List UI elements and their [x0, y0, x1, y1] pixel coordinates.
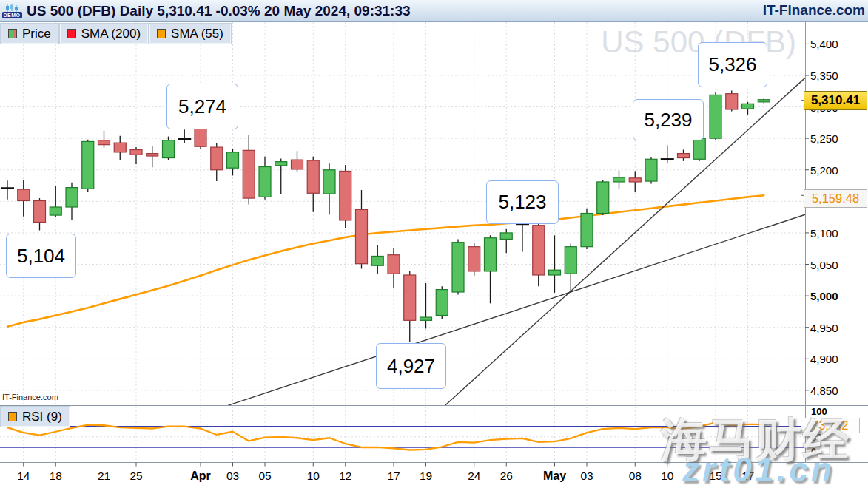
indicator-legend-row: Price SMA (200) SMA (55): [1, 24, 231, 44]
candle: [130, 147, 142, 164]
price-axis-tick-label: 4,900: [810, 353, 838, 365]
candle: [452, 239, 464, 294]
candle: [163, 137, 175, 160]
legend-sma200[interactable]: SMA (200): [60, 24, 148, 44]
candle: [436, 286, 448, 319]
legend-rsi[interactable]: RSI (9): [1, 407, 70, 427]
candle: [661, 146, 674, 164]
time-axis-tick-label: 14: [17, 470, 30, 483]
price-axis-tick-label: 4,950: [810, 321, 838, 333]
candle: [356, 190, 368, 268]
candle: [307, 157, 319, 212]
trendline[interactable]: [445, 78, 805, 405]
candle: [340, 165, 351, 228]
time-axis-tick-label: 17: [387, 470, 400, 483]
sma200-swatch-icon: [67, 29, 76, 38]
current-price-axis-label: 5,310.41: [804, 91, 867, 110]
candle: [420, 283, 432, 328]
candle: [178, 129, 191, 143]
candle: [710, 92, 721, 140]
candle: [1, 180, 14, 200]
candle: [82, 140, 94, 192]
candle: [114, 136, 126, 160]
candle: [565, 243, 576, 291]
time-axis-tick-label: 25: [129, 470, 142, 483]
time-axis-tick-label: 21: [98, 470, 110, 483]
time-axis-tick-label: 10: [661, 470, 673, 483]
sma55-swatch-icon: [157, 29, 166, 38]
candle: [613, 171, 625, 189]
candle: [597, 180, 609, 215]
time-axis-tick-label: 10: [307, 470, 320, 483]
candle: [726, 90, 738, 111]
time-axis-tick-label: 03: [580, 470, 593, 483]
time-axis-tick-label: 08: [629, 470, 642, 483]
candle: [18, 180, 30, 216]
price-callout: 5,274: [166, 84, 238, 129]
legend-sma200-label: SMA (200): [81, 27, 141, 41]
candle: [66, 183, 78, 220]
demo-candles-icon: DEMO: [2, 4, 21, 18]
price-callout: 5,326: [698, 42, 767, 87]
candle: [629, 171, 641, 192]
itfinance-watermark: IT-Finance.com: [2, 393, 58, 401]
candle: [533, 222, 545, 287]
candle: [581, 209, 593, 249]
time-axis-tick-label: 19: [420, 470, 432, 483]
price-axis-tick-label: 5,200: [810, 163, 838, 176]
time-axis-tick-label: 24: [468, 470, 480, 483]
sma55-line: [7, 195, 764, 327]
time-axis-tick-label: 05: [258, 470, 271, 483]
candle: [371, 245, 383, 274]
price-axis-tick-label: 5,050: [810, 258, 838, 271]
axes: [0, 22, 868, 467]
price-axis-tick-label: 5,250: [810, 132, 838, 145]
price-callout: 5,123: [486, 180, 559, 224]
rsi-legend-row: RSI (9): [1, 407, 70, 427]
candle: [500, 229, 512, 253]
candle: [275, 158, 287, 194]
candle: [388, 248, 400, 288]
price-axis-tick-label: 5,400: [810, 38, 838, 50]
candle: [678, 149, 690, 160]
candle: [259, 157, 271, 200]
candle: [98, 131, 110, 148]
title-bar: DEMO US 500 (DFB) Daily 5,310.41 -0.03% …: [0, 0, 868, 22]
candle: [227, 149, 239, 176]
price-callout: 5,104: [6, 234, 76, 278]
price-callout: 5,239: [633, 99, 704, 140]
price-axis-tick-label: 5,350: [810, 69, 838, 81]
rsi-swatch-icon: [8, 412, 17, 421]
brand-logo: IT-Finance.com: [763, 2, 865, 18]
price-swatch-icon: [8, 29, 17, 38]
candle: [485, 235, 497, 303]
candle: [147, 146, 158, 167]
price-axis-tick-label: 5,000: [810, 290, 838, 302]
time-axis-tick-label: 18: [50, 470, 62, 483]
chart-application-window: US 500 (DFB) DEMO US 500 (DFB) Daily 5,3…: [0, 0, 868, 488]
candle: [34, 198, 46, 230]
time-axis-tick-label: 03: [226, 470, 239, 483]
legend-price-label: Price: [22, 27, 51, 41]
candle: [758, 98, 770, 103]
gridlines: [0, 22, 805, 463]
candle: [404, 271, 416, 342]
candle: [243, 135, 255, 205]
candle: [323, 163, 335, 214]
chart-title: US 500 (DFB) Daily 5,310.41 -0.03% 20 Ma…: [27, 3, 411, 19]
sma55-axis-label: 5,159.48: [804, 189, 867, 208]
candle: [211, 143, 223, 181]
price-callout: 4,927: [376, 343, 446, 389]
time-axis-tick-label: Apr: [190, 470, 211, 483]
candle: [468, 243, 480, 276]
legend-price[interactable]: Price: [1, 24, 58, 44]
candle: [292, 151, 303, 172]
candle: [742, 102, 754, 115]
time-axis-tick-label: May: [543, 470, 566, 483]
site-watermark: zrt01.cn: [682, 450, 835, 488]
legend-rsi-label: RSI (9): [22, 410, 62, 424]
legend-sma55[interactable]: SMA (55): [149, 24, 231, 44]
price-axis-tick-label: 4,850: [810, 384, 838, 396]
demo-badge: DEMO: [2, 12, 22, 18]
time-axis-tick-label: 26: [500, 470, 513, 483]
